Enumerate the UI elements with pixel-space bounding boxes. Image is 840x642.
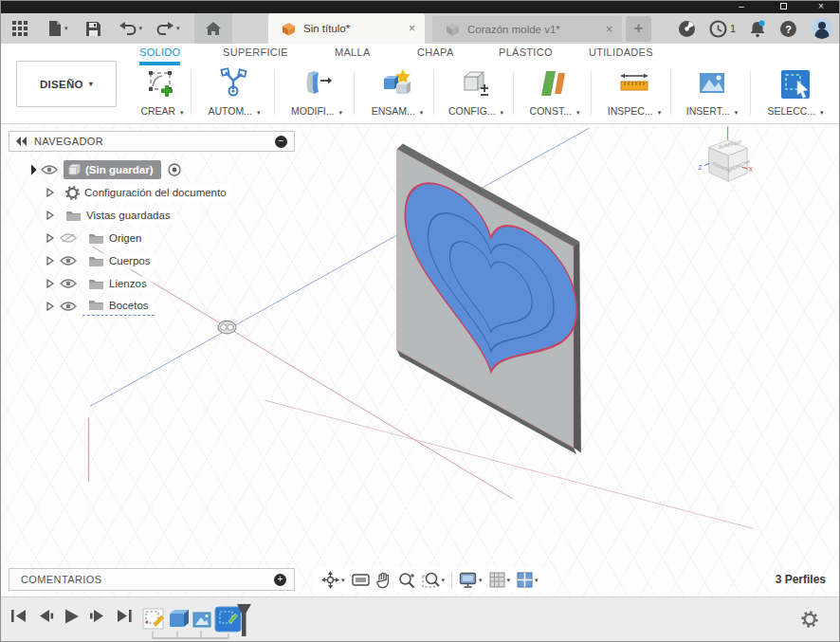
zoom-window-button[interactable]: ▾	[422, 571, 446, 589]
gear-icon	[65, 186, 80, 200]
visibility-eye-icon[interactable]	[41, 164, 58, 175]
tab-close-icon[interactable]: ×	[606, 23, 612, 36]
toolbar-group-inspeccionar[interactable]: INSPEC... ▾	[598, 67, 670, 117]
tab-close-icon[interactable]: ×	[409, 22, 415, 35]
look-at-icon[interactable]	[352, 573, 370, 587]
minimize-button[interactable]: –	[731, 1, 752, 13]
tab-solido[interactable]: SOLIDO	[139, 46, 180, 65]
add-comment-button[interactable]: +	[274, 574, 286, 586]
visibility-eye-icon[interactable]	[60, 278, 77, 289]
root-document-chip[interactable]: (Sin guardar)	[64, 160, 161, 179]
tree-item-document-settings[interactable]: Configuración del documento	[9, 181, 295, 204]
collapsed-arrow-icon[interactable]	[46, 233, 54, 243]
tree-item-sketches[interactable]: Bocetos	[9, 295, 295, 318]
app-grid-button[interactable]	[7, 13, 33, 44]
redo-icon	[155, 21, 174, 36]
caret-down-icon: ▾	[257, 109, 261, 116]
new-document-tab-button[interactable]: +	[626, 16, 651, 42]
heart-mold-body[interactable]	[397, 144, 581, 455]
timeline-settings-gear-icon[interactable]	[801, 611, 818, 628]
toolbar-group-ensamblar[interactable]: ENSAM... ▾	[361, 67, 433, 117]
help-icon[interactable]: ?	[779, 20, 797, 38]
caret-down-icon: ▾	[820, 109, 824, 116]
group-label: CREAR	[140, 105, 175, 117]
user-avatar[interactable]	[811, 17, 833, 40]
home-view-button[interactable]	[194, 13, 232, 44]
timeline-feature-sketch[interactable]	[143, 609, 164, 629]
window-titlebar: – ×	[1, 1, 839, 13]
visibility-eye-off-icon[interactable]	[60, 232, 77, 244]
view-cube[interactable]: SUPERIOR FRONTAL DERECHA Z X	[699, 126, 754, 181]
job-status-button[interactable]: 1	[709, 20, 736, 38]
tab-superficie[interactable]: SUPERFICIE	[223, 46, 288, 62]
step-forward-button[interactable]	[89, 609, 106, 623]
navigator-collapse-button[interactable]: −	[275, 136, 287, 148]
redo-button[interactable]: ▾	[151, 13, 185, 44]
comments-bar[interactable]: COMENTARIOS +	[9, 568, 295, 591]
collapsed-arrow-icon[interactable]	[46, 302, 54, 311]
pan-hand-icon[interactable]	[376, 572, 392, 589]
viewports-button[interactable]: ▾	[517, 572, 539, 588]
tree-item-label: Origen	[109, 232, 142, 244]
play-button[interactable]	[64, 609, 80, 624]
viewports-icon	[517, 572, 533, 588]
caret-down-icon: ▾	[420, 109, 424, 116]
caret-down-icon: ▾	[535, 577, 539, 584]
expanded-arrow-icon[interactable]	[26, 164, 36, 174]
document-tab-active[interactable]: Sin título* ×	[268, 13, 425, 44]
visibility-eye-icon[interactable]	[60, 301, 77, 312]
go-to-end-button[interactable]	[116, 609, 133, 623]
toolbar-group-modificar[interactable]: MODIFI... ▾	[281, 67, 353, 117]
tab-plastico[interactable]: PLÁSTICO	[499, 46, 553, 62]
step-back-button[interactable]	[37, 609, 54, 623]
orbit-button[interactable]: ▾	[321, 571, 345, 589]
timeline-feature-extrude[interactable]	[170, 610, 189, 627]
toolbar-group-seleccionar[interactable]: SELECC... ▾	[759, 67, 831, 117]
collapsed-arrow-icon[interactable]	[46, 256, 54, 266]
undo-button[interactable]: ▾	[114, 13, 148, 44]
design-workspace-dropdown[interactable]: DISEÑO ▾	[16, 61, 117, 107]
toolbar-group-construir[interactable]: CONST... ▾	[519, 67, 591, 117]
collapsed-arrow-icon[interactable]	[46, 279, 54, 288]
tree-root-row[interactable]: (Sin guardar)	[9, 158, 295, 181]
file-menu-button[interactable]: ▾	[43, 13, 73, 44]
collapsed-arrow-icon[interactable]	[46, 188, 54, 197]
sketch-selected-indicator: Bocetos	[82, 297, 155, 316]
timeline-feature-canvas[interactable]	[193, 613, 210, 627]
collapse-panel-icon[interactable]	[16, 137, 27, 146]
document-cube-icon	[446, 22, 460, 36]
component-cube-icon	[67, 163, 81, 176]
undo-icon	[119, 21, 137, 36]
toolbar-group-automatizar[interactable]: AUTOM... ▾	[198, 67, 270, 117]
visibility-eye-icon[interactable]	[60, 255, 77, 266]
notifications-bell-icon[interactable]	[749, 20, 766, 38]
activate-component-radio[interactable]	[167, 162, 182, 177]
tree-item-bodies[interactable]: Cuerpos	[9, 249, 295, 272]
document-tab-inactive[interactable]: Corazón molde v1* ×	[432, 16, 622, 42]
tree-item-named-views[interactable]: Vistas guardadas	[9, 204, 295, 227]
tab-chapa[interactable]: CHAPA	[417, 46, 454, 62]
collapsed-arrow-icon[interactable]	[46, 211, 54, 220]
timeline-feature-selected[interactable]	[215, 607, 241, 632]
toolbar-group-insertar[interactable]: INSERT... ▾	[676, 67, 748, 117]
tab-malla[interactable]: MALLA	[335, 46, 371, 62]
tree-item-canvases[interactable]: Lienzos	[9, 272, 295, 295]
document-tab-label: Corazón molde v1*	[467, 24, 606, 35]
document-tab-label: Sin título*	[303, 23, 409, 34]
tree-item-origin[interactable]: Origen	[9, 227, 295, 249]
measure-icon	[617, 67, 651, 100]
origin-marker[interactable]	[218, 321, 236, 333]
grid-settings-button[interactable]: ▾	[489, 572, 511, 588]
toolbar-group-configurar[interactable]: CONFIG... ▾	[440, 67, 512, 117]
3d-viewport[interactable]: SUPERIOR FRONTAL DERECHA Z X NAVEGADOR −	[1, 124, 840, 596]
zoom-icon[interactable]	[398, 572, 415, 589]
go-to-start-button[interactable]	[10, 609, 27, 623]
save-button[interactable]	[81, 13, 106, 44]
extensions-icon[interactable]	[678, 20, 696, 38]
display-settings-button[interactable]: ▾	[459, 572, 483, 588]
close-button[interactable]: ×	[811, 1, 831, 13]
tab-utilidades[interactable]: UTILIDADES	[589, 46, 653, 62]
tree-item-label: Lienzos	[109, 278, 147, 289]
restore-button[interactable]	[773, 1, 794, 13]
toolbar-group-crear[interactable]: CREAR ▾	[126, 67, 198, 117]
